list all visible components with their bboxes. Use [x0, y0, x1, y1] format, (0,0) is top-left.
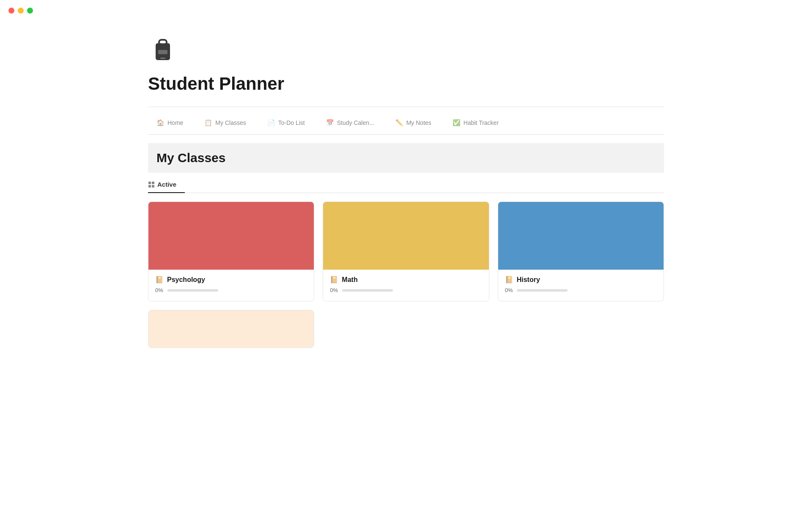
progress-label-history: 0% — [505, 287, 513, 293]
svg-rect-3 — [161, 41, 165, 44]
card-progress-history: 0% — [505, 287, 657, 293]
tab-my-notes[interactable]: ✏️ My Notes — [387, 116, 444, 130]
backpack-icon — [148, 34, 178, 64]
progress-bar-bg-math — [342, 289, 393, 292]
habit-icon: ✅ — [453, 119, 461, 127]
svg-rect-2 — [158, 50, 167, 54]
traffic-lights — [0, 0, 41, 21]
card-name-math: 📔 Math — [330, 276, 482, 284]
progress-label-psychology: 0% — [155, 287, 163, 293]
tab-habit-tracker[interactable]: ✅ Habit Tracker — [444, 116, 511, 130]
class-card-partial[interactable] — [148, 310, 314, 348]
filter-tab-active[interactable]: Active — [148, 177, 185, 193]
progress-bar-bg-history — [517, 289, 568, 292]
svg-rect-8 — [152, 185, 154, 188]
calendar-icon: 📅 — [326, 119, 334, 127]
top-divider — [148, 107, 664, 107]
card-color-math — [323, 202, 488, 270]
class-name-history: History — [517, 276, 540, 284]
book-icon-math: 📔 — [330, 276, 338, 284]
grid-icon — [148, 180, 155, 188]
filter-tabs: Active — [148, 173, 664, 193]
book-icon-psychology: 📔 — [155, 276, 164, 284]
card-name-history: 📔 History — [505, 276, 657, 284]
notes-icon: ✏️ — [395, 119, 403, 127]
progress-bar-bg-psychology — [167, 289, 218, 292]
home-icon: 🏠 — [156, 119, 165, 127]
tab-study-calendar-label: Study Calen... — [337, 119, 374, 126]
card-progress-math: 0% — [330, 287, 482, 293]
class-card-psychology[interactable]: 📔 Psychology 0% — [148, 202, 314, 301]
tab-home[interactable]: 🏠 Home — [148, 116, 196, 130]
tab-study-calendar[interactable]: 📅 Study Calen... — [318, 116, 387, 130]
card-color-partial — [148, 310, 314, 348]
todo-icon: 📄 — [267, 119, 275, 127]
card-name-psychology: 📔 Psychology — [155, 276, 307, 284]
classes-grid-bottom — [148, 310, 664, 348]
progress-label-math: 0% — [330, 287, 338, 293]
tab-home-label: Home — [167, 119, 183, 126]
tab-habit-tracker-label: Habit Tracker — [464, 119, 499, 126]
classes-grid: 📔 Psychology 0% 📔 Math — [148, 202, 664, 301]
card-body-history: 📔 History 0% — [498, 270, 664, 301]
traffic-light-red[interactable] — [8, 8, 14, 14]
card-body-math: 📔 Math 0% — [323, 270, 488, 301]
page-title: Student Planner — [148, 74, 664, 94]
classes-icon: 📋 — [204, 119, 212, 127]
main-content: Student Planner 🏠 Home 📋 My Classes 📄 To… — [131, 0, 681, 373]
class-card-history[interactable]: 📔 History 0% — [498, 202, 664, 301]
book-icon-history: 📔 — [505, 276, 513, 284]
tab-my-classes-label: My Classes — [215, 119, 246, 126]
tab-todo[interactable]: 📄 To-Do List — [259, 116, 318, 130]
svg-rect-5 — [148, 182, 151, 184]
card-body-psychology: 📔 Psychology 0% — [148, 270, 314, 301]
app-icon — [148, 34, 664, 65]
nav-tabs: 🏠 Home 📋 My Classes 📄 To-Do List 📅 Study… — [148, 116, 664, 135]
tab-my-classes[interactable]: 📋 My Classes — [196, 116, 258, 130]
class-card-math[interactable]: 📔 Math 0% — [323, 202, 489, 301]
section-header: My Classes — [148, 143, 664, 173]
svg-rect-6 — [152, 182, 154, 184]
section-title: My Classes — [156, 151, 656, 165]
tab-todo-label: To-Do List — [278, 119, 305, 126]
card-progress-psychology: 0% — [155, 287, 307, 293]
filter-active-label: Active — [157, 181, 176, 188]
card-color-history — [498, 202, 664, 270]
traffic-light-green[interactable] — [27, 8, 33, 14]
traffic-light-yellow[interactable] — [18, 8, 24, 14]
svg-rect-4 — [160, 58, 165, 59]
class-name-math: Math — [342, 276, 357, 284]
svg-rect-7 — [148, 185, 151, 188]
tab-my-notes-label: My Notes — [406, 119, 431, 126]
card-color-psychology — [148, 202, 314, 270]
class-name-psychology: Psychology — [167, 276, 205, 284]
